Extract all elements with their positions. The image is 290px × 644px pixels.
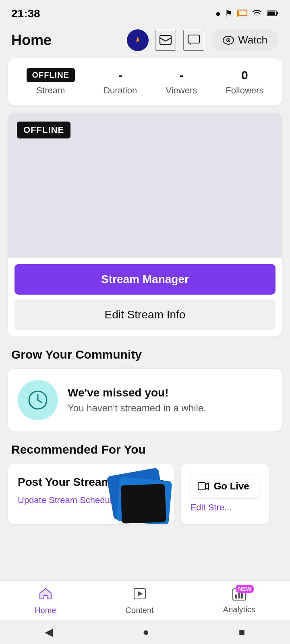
svg-rect-4 [277,12,278,14]
stream-stat: OFFLINE Stream [27,68,75,96]
viewers-label: Viewers [166,85,197,96]
page-title: Home [11,32,120,49]
notification-icon: ⚑ [225,8,233,19]
svg-rect-22 [238,592,240,599]
duration-label: Duration [104,85,137,96]
wifi-icon [251,8,263,19]
dot-icon: ● [215,8,221,19]
android-nav: ◀ ● ■ [0,620,290,644]
grow-card: We've missed you! You haven't streamed i… [8,369,282,431]
stream-label: Stream [36,85,65,96]
viewers-stat: - Viewers [166,68,197,96]
svg-rect-21 [235,594,237,599]
video-camera-icon [198,481,209,492]
followers-value: 0 [241,68,248,82]
preview-card: OFFLINE Stream Manager Edit Stream Info [8,113,282,336]
go-live-label[interactable]: Go Live [214,481,249,492]
grow-headline: We've missed you! [68,386,206,399]
content-icon [133,587,147,603]
duration-stat: - Duration [104,68,137,96]
app-logo [127,29,149,51]
grow-text: We've missed you! You haven't streamed i… [68,386,206,414]
recommended-section-title: Recommended For You [0,443,290,464]
stream-manager-button[interactable]: Stream Manager [14,264,276,295]
bottom-nav: Home Content NEW Analytics [0,580,290,620]
nav-content-label: Content [126,606,154,615]
grow-section-title: Grow Your Community [0,348,290,369]
followers-label: Followers [226,85,263,96]
status-time: 21:38 [11,7,40,20]
followers-stat: 0 Followers [226,68,263,96]
header-actions: Watch [155,29,279,51]
stats-card: OFFLINE Stream - Duration - Viewers 0 Fo… [8,58,282,105]
preview-video: OFFLINE [8,113,282,258]
nav-analytics-label: Analytics [223,605,255,614]
back-button[interactable]: ◀ [45,626,53,638]
cast-icon [237,8,247,19]
svg-point-12 [228,39,229,41]
edit-stream-link[interactable]: Edit Stre... [191,502,260,513]
preview-offline-badge: OFFLINE [17,122,70,138]
schedule-card: Post Your Stream Schedule Update Stream … [8,464,174,524]
go-live-card: Go Live Edit Stre... [181,464,269,524]
header: Home Watch [0,24,290,58]
analytics-icon-wrapper: NEW [232,588,246,603]
svg-rect-16 [198,483,205,490]
status-bar: 21:38 ● ⚑ [0,0,290,24]
watch-button[interactable]: Watch [211,29,279,51]
svg-rect-3 [268,12,275,15]
nav-content[interactable]: Content [126,587,154,615]
recents-button[interactable]: ■ [239,626,245,638]
svg-rect-8 [160,35,171,44]
recommended-cards: Post Your Stream Schedule Update Stream … [0,464,290,535]
watch-label: Watch [238,34,267,46]
home-button[interactable]: ● [143,626,149,638]
svg-line-15 [38,400,42,402]
schedule-image [98,472,170,524]
nav-analytics[interactable]: NEW Analytics [223,588,255,614]
chat-button[interactable] [183,30,204,51]
new-badge: NEW [236,585,254,593]
offline-badge: OFFLINE [27,68,75,82]
edit-stream-button[interactable]: Edit Stream Info [14,299,276,330]
svg-marker-17 [205,483,209,489]
nav-home-label: Home [35,606,56,615]
duration-value: - [118,68,122,82]
battery-icon [267,8,279,19]
status-icons: ● ⚑ [215,8,279,19]
svg-rect-9 [188,35,199,43]
inbox-button[interactable] [155,30,176,51]
svg-marker-19 [138,591,143,596]
grow-subtext: You haven't streamed in a while. [68,402,206,414]
clock-icon-circle [18,380,58,420]
nav-home[interactable]: Home [35,587,56,615]
home-icon [39,587,52,603]
viewers-value: - [179,68,183,82]
